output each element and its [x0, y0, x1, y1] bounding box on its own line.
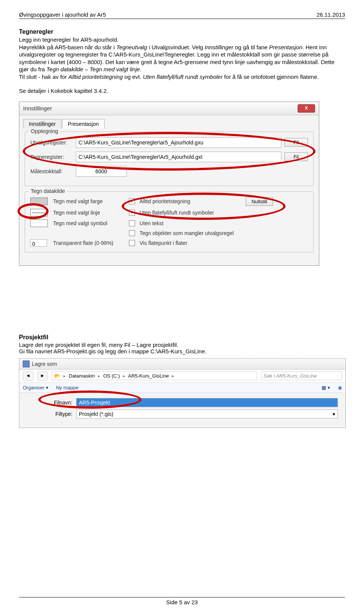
- lbl-prioritet: Alltid prioritetstegning: [140, 198, 246, 204]
- folder-icon: 📂: [54, 373, 60, 379]
- chk-prioritet[interactable]: [129, 198, 135, 204]
- input-filnavn[interactable]: AR5-Prosjekt: [76, 398, 338, 407]
- lbl-filnavn: Filnavn:: [50, 400, 72, 406]
- lbl-tegn-symbol: Tegn med valgt symbol: [53, 220, 129, 226]
- crumb-3[interactable]: AR5-Kurs_GisLine: [128, 373, 169, 379]
- s1-t1: Høyreklikk på AR5-basen når du står i: [19, 44, 116, 50]
- filtype-value: Prosjekt (*.gis): [79, 411, 113, 417]
- dialog-title: Innstillinger: [23, 105, 52, 111]
- input-utvalgsregister[interactable]: C:\AR5-Kurs_GisLine\Tegneregler\ar5_Ajou…: [76, 137, 281, 148]
- group-tegn-datakilde: Tegn datakilde: [29, 188, 67, 194]
- breadcrumb[interactable]: 📂 ▸ Datamaskin ▸ OS (C:) ▸ AR5-Kurs_GisL…: [52, 372, 257, 380]
- lbl-transparent: Transparent flate (0-99%): [53, 240, 129, 246]
- s1-p2-i1: Alltid prioritetstegning: [68, 74, 122, 80]
- lagre-title: Lagre som: [32, 361, 57, 367]
- swatch-farge[interactable]: [30, 198, 48, 205]
- close-icon[interactable]: X: [298, 104, 315, 113]
- lbl-utentekst: Uten tekst: [140, 220, 246, 226]
- tool-nymappe[interactable]: Ny mappe: [56, 385, 78, 390]
- s1-t2: i Utvalgsvinduet. Velg: [147, 44, 205, 50]
- section1-body: Legg inn tegneregler for AR5-ajourhold. …: [19, 36, 345, 80]
- section1-title: Tegneregler: [19, 28, 345, 35]
- s1-p2-i2: Uten flatefyll/luft rundt symboler: [143, 74, 223, 80]
- s1-i2: Innstillinger: [205, 44, 234, 50]
- chk-utentekst[interactable]: [129, 220, 135, 226]
- save-icon: [23, 361, 30, 367]
- page-footer: Side 5 av 23: [19, 597, 345, 605]
- section2-line1: Lagre det nye prosjektet til egen fil, m…: [19, 342, 345, 348]
- lbl-mangler: Tegn objekter som mangler utvalgsregel: [140, 230, 246, 236]
- lbl-tegn-farge: Tegn med valgt farge: [53, 198, 129, 204]
- s1-t5: –: [83, 66, 90, 72]
- s1-i5: Tegn med valgt linje: [89, 66, 140, 72]
- s1-t3: og gå til fane: [234, 44, 269, 50]
- s1-p2-t1: Til slutt - hak av for: [19, 74, 68, 80]
- lbl-flatepunkt: Vis flatepunkt i flater: [140, 240, 246, 246]
- section2-title: Prosjektfil: [19, 334, 345, 341]
- help-icon[interactable]: ◉: [338, 385, 342, 390]
- innstillinger-dialog: Innstillinger X Innstillinger Presentasj…: [19, 102, 319, 266]
- btn-nullstill[interactable]: Nullstill: [246, 197, 273, 206]
- tab-innstillinger[interactable]: Innstillinger: [23, 119, 61, 129]
- swatch-symbol[interactable]: [30, 219, 48, 227]
- lagre-som-dialog: Lagre som ◄ ► 📂 ▸ Datamaskin ▸ OS (C:) ▸…: [19, 358, 346, 428]
- chk-flatepunkt[interactable]: [129, 240, 135, 246]
- header-right: 26.11.2013: [317, 11, 345, 18]
- header-left: Øvingsoppgaver i ajourhold av Ar5: [19, 11, 106, 18]
- lbl-utvalgsregister: Utvalgsregister:: [30, 140, 76, 146]
- s1-i1: Tegneutvalg: [116, 44, 147, 50]
- nav-back-icon[interactable]: ◄: [23, 372, 33, 381]
- tab-presentasjon[interactable]: Presentasjon: [62, 119, 105, 129]
- lbl-tegneregister: Tegneregister:: [30, 154, 76, 160]
- view-icon[interactable]: ▦ ▾: [322, 385, 330, 390]
- lbl-malestokktall: Målestokktall:: [30, 168, 76, 174]
- lbl-flatefyll: Uten flatefyll/luft rundt symboler: [140, 210, 246, 216]
- input-transparent[interactable]: 0: [30, 239, 47, 247]
- input-malestokktall[interactable]: 6000: [76, 166, 127, 177]
- section2-line2: Gi fila navnet AR5-Prosjekt.gis og legg …: [19, 348, 345, 354]
- chevron-down-icon: ▾: [333, 411, 335, 417]
- swatch-linje[interactable]: [30, 209, 48, 216]
- s1-line1: Legg inn tegneregler for AR5-ajourhold.: [19, 36, 119, 43]
- crumb-2[interactable]: OS (C:): [103, 373, 120, 379]
- tool-organiser[interactable]: Organiser ▾: [23, 385, 49, 390]
- crumb-1[interactable]: Datamaskin: [69, 373, 95, 379]
- nav-fwd-icon[interactable]: ►: [37, 372, 48, 381]
- lbl-filtype: Filtype:: [50, 411, 72, 417]
- btn-fil-utv[interactable]: Fil: [284, 138, 308, 147]
- s1-i4: Tegn datakilde: [47, 66, 83, 72]
- group-opptegning: Opptegning: [29, 128, 60, 134]
- search-input[interactable]: Søk i AR5-Kurs_GisLine: [261, 372, 342, 380]
- s1-p2-t2: og evt.: [123, 74, 143, 80]
- chk-flatefyll[interactable]: [129, 210, 135, 216]
- s1-p2-t3: for å få se ortofotoet gjennom flatene.: [223, 74, 319, 80]
- s1-p3: Se detaljer i Kokebok kapittel 3.4.2.: [19, 87, 345, 95]
- s1-t6: .: [140, 66, 141, 72]
- select-filtype[interactable]: Prosjekt (*.gis) ▾: [76, 409, 338, 419]
- input-tegneregister[interactable]: C:\AR5-Kurs_GisLine\Tegneregler\Ar5_Ajou…: [76, 152, 281, 162]
- s1-i3: Presentasjon: [269, 44, 303, 50]
- btn-fil-teg[interactable]: Fil: [284, 152, 308, 161]
- lbl-tegn-linje: Tegn med valgt linje: [53, 210, 129, 216]
- chk-mangler[interactable]: [129, 230, 135, 236]
